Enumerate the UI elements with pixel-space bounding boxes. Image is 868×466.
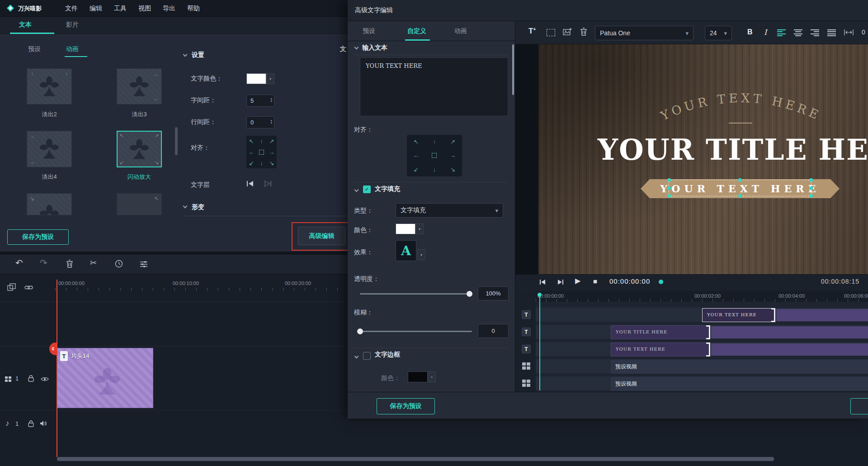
advanced-edit-button[interactable]: 高级编辑: [298, 227, 345, 245]
dialog-save-preset-button[interactable]: 保存为预设: [377, 398, 435, 414]
align-up-icon[interactable]: ↑: [433, 138, 436, 145]
align-right-button[interactable]: [811, 29, 819, 36]
bold-button[interactable]: B: [747, 28, 753, 36]
dialog-align-widget[interactable]: ↖↑↗ ←→ ↙↓↘: [407, 135, 462, 176]
outline-checkbox[interactable]: [363, 352, 371, 360]
align-up-left-icon[interactable]: ↖: [249, 138, 254, 145]
blur-value[interactable]: 0: [478, 324, 509, 338]
clip-trim-bracket[interactable]: [706, 342, 710, 357]
eye-icon[interactable]: [41, 376, 49, 383]
spinner-icons[interactable]: ▴▾: [270, 97, 272, 103]
speed-clock-icon[interactable]: [115, 260, 123, 269]
selection-handle[interactable]: [809, 178, 813, 182]
align-center-icon[interactable]: [432, 153, 437, 158]
mini-clip[interactable]: YOUR TEXT HERE: [611, 342, 710, 357]
align-left-button[interactable]: [777, 29, 786, 36]
subtab-animation[interactable]: 动画: [66, 45, 79, 53]
align-down-icon[interactable]: ↓: [433, 166, 436, 173]
split-scissors-icon[interactable]: ✂: [90, 259, 97, 267]
selection-handle[interactable]: [667, 178, 671, 182]
blur-slider[interactable]: [360, 331, 472, 332]
fill-type-dropdown[interactable]: 文字填充 ▾: [396, 203, 503, 218]
align-justify-button[interactable]: [827, 29, 836, 36]
spin-down-icon[interactable]: ▾: [270, 122, 272, 124]
lock-icon[interactable]: [28, 420, 34, 428]
align-up-right-icon[interactable]: ↗: [450, 138, 455, 145]
menu-item-help[interactable]: 帮助: [187, 5, 200, 13]
selection-handle[interactable]: [667, 186, 671, 190]
selection-handle[interactable]: [738, 178, 742, 182]
preset-thumb-fadeout4[interactable]: → →: [27, 131, 72, 167]
menu-item-export[interactable]: 导出: [163, 5, 175, 13]
step-forward-icon[interactable]: [557, 279, 564, 286]
timeline-hscrollbar[interactable]: [57, 457, 774, 461]
opacity-slider[interactable]: [360, 293, 472, 295]
align-down-icon[interactable]: ↓: [260, 160, 263, 166]
mini-clip-extension[interactable]: [711, 326, 868, 338]
text-color-swatch[interactable]: [246, 73, 266, 84]
align-right-icon[interactable]: →: [269, 149, 274, 156]
preset-thumb-partial[interactable]: ↘: [27, 193, 72, 215]
play-button[interactable]: ▶: [575, 277, 580, 285]
keyframe-dot[interactable]: [659, 280, 663, 284]
text-input-area[interactable]: YOUR TEXT HERE: [360, 57, 508, 116]
redo-icon[interactable]: ↷: [40, 258, 47, 267]
menu-item-view[interactable]: 视图: [138, 5, 151, 13]
tab-text[interactable]: 文本: [19, 21, 32, 29]
mini-ruler-ticks[interactable]: [536, 299, 868, 302]
layer-back-icon[interactable]: [246, 181, 254, 188]
effect-sample-box[interactable]: A: [396, 240, 416, 261]
align-right-icon[interactable]: →: [450, 152, 456, 159]
align-down-right-icon[interactable]: ↘: [269, 160, 274, 166]
align-up-icon[interactable]: ↑: [260, 138, 263, 145]
library-scrollbar[interactable]: [175, 127, 178, 155]
add-image-icon[interactable]: [563, 28, 572, 37]
dialog-confirm-button-partial[interactable]: [850, 398, 868, 414]
dialog-tab-animation[interactable]: 动画: [454, 27, 467, 35]
align-center-icon[interactable]: [259, 150, 264, 155]
align-left-icon[interactable]: ←: [413, 152, 419, 159]
dialog-scrollbar[interactable]: [512, 44, 514, 95]
align-down-left-icon[interactable]: ↙: [249, 160, 254, 166]
mini-clip-video[interactable]: 预设视频: [611, 377, 868, 391]
preset-thumb-flash-zoom[interactable]: ↖ ↗ ↙ ↘: [117, 131, 162, 167]
align-center-button[interactable]: [794, 29, 802, 36]
align-up-left-icon[interactable]: ↖: [414, 138, 419, 145]
selection-handle[interactable]: [809, 194, 813, 198]
align-left-icon[interactable]: ←: [249, 149, 255, 156]
letter-spacing-value[interactable]: 0: [862, 29, 865, 36]
fill-color-dropdown-icon[interactable]: ▾: [415, 223, 424, 234]
collapse-chevron-icon[interactable]: [354, 354, 359, 359]
outline-color-dropdown-icon[interactable]: ▾: [428, 371, 436, 382]
mini-clip-video[interactable]: 预设视频: [611, 360, 868, 374]
dialog-titlebar[interactable]: [348, 0, 868, 21]
mini-clip-extension[interactable]: [776, 309, 868, 321]
menu-item-file[interactable]: 文件: [65, 5, 78, 13]
delete-icon[interactable]: [66, 260, 73, 269]
preset-thumb-fadeout3[interactable]: ← ←: [117, 68, 162, 105]
collapse-chevron-icon[interactable]: [354, 188, 359, 192]
speaker-icon[interactable]: [40, 420, 47, 428]
align-down-right-icon[interactable]: ↘: [450, 166, 455, 173]
collapse-chevron-icon[interactable]: [354, 45, 359, 50]
italic-button[interactable]: I: [764, 28, 767, 37]
opacity-slider-thumb[interactable]: [467, 291, 472, 297]
menu-item-edit[interactable]: 编辑: [90, 5, 102, 13]
align-down-left-icon[interactable]: ↙: [414, 166, 419, 173]
text-box-icon[interactable]: [547, 29, 555, 36]
save-preset-button[interactable]: 保存为预设: [7, 229, 69, 245]
spinner-icons[interactable]: ▴▾: [270, 119, 272, 124]
selection-handle[interactable]: [809, 186, 813, 190]
text-color-dropdown-icon[interactable]: ▾: [266, 73, 274, 84]
preset-thumb-fadeout2[interactable]: ↓ ↓: [27, 68, 72, 105]
link-icon[interactable]: [24, 285, 33, 291]
undo-icon[interactable]: ↶: [15, 258, 23, 267]
blur-slider-thumb[interactable]: [357, 328, 363, 334]
tab-media[interactable]: 影片: [66, 21, 79, 29]
mini-clip[interactable]: YOUR TITLE HERE: [611, 325, 710, 339]
mini-clip-extension[interactable]: [711, 343, 868, 356]
fill-color-swatch[interactable]: [396, 223, 415, 234]
font-size-dropdown[interactable]: 24 ▾: [705, 26, 732, 40]
line-spacing-input[interactable]: 0 ▴▾: [246, 116, 274, 128]
trash-icon[interactable]: [580, 28, 587, 37]
